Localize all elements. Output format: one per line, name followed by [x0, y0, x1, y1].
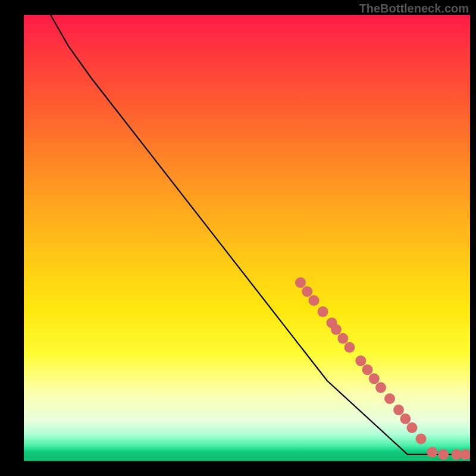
- chart-marker: [362, 364, 373, 375]
- chart-marker: [318, 306, 328, 317]
- chart-marker: [400, 414, 411, 424]
- chart-marker: [416, 434, 427, 444]
- chart-marker: [407, 422, 418, 433]
- chart-marker: [384, 393, 395, 404]
- chart-curve: [51, 15, 470, 455]
- chart-marker: [345, 342, 355, 353]
- chart-marker: [337, 333, 348, 344]
- chart-marker: [295, 277, 306, 288]
- chart-marker: [302, 286, 312, 297]
- chart-marker: [375, 382, 386, 393]
- chart-marker: [355, 355, 366, 366]
- chart-marker: [427, 447, 437, 458]
- chart-marker: [461, 449, 471, 460]
- chart-marker: [309, 295, 320, 306]
- chart-marker: [438, 449, 449, 460]
- chart-svg: [24, 15, 470, 461]
- chart-markers: [295, 277, 470, 460]
- chart-marker: [331, 324, 342, 335]
- chart-marker: [393, 405, 404, 415]
- watermark-text: TheBottleneck.com: [359, 2, 469, 15]
- chart-plot-area: [24, 15, 470, 461]
- chart-marker: [369, 373, 380, 384]
